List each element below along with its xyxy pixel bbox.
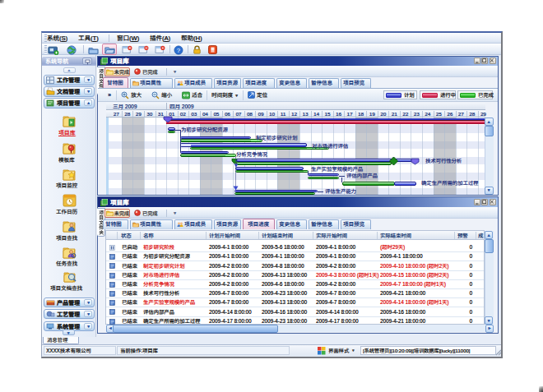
svg-text:?: ? [177,47,180,54]
